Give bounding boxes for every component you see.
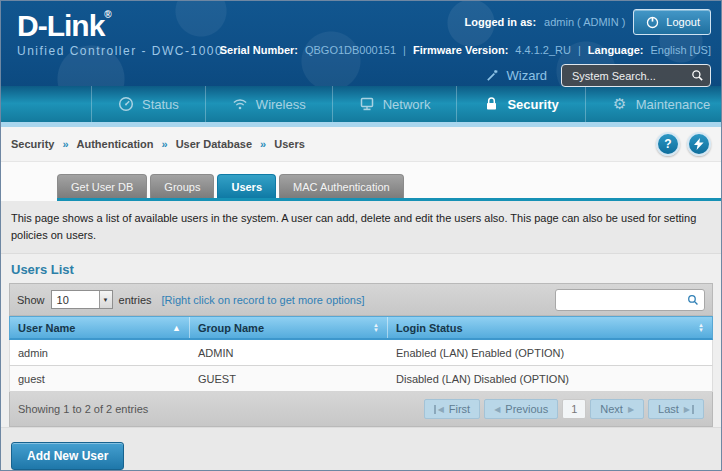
column-header-login-status[interactable]: Login Status ▲▼ (388, 317, 712, 338)
nav-label: Network (383, 97, 431, 112)
entries-select[interactable]: 10 ▼ (51, 290, 113, 309)
sort-asc-icon: ▲ (172, 323, 181, 333)
breadcrumb-item-user-database[interactable]: User Database (176, 138, 252, 150)
breadcrumb-item-authentication[interactable]: Authentication (77, 138, 154, 150)
show-label: Show (17, 294, 45, 306)
section-title: Users List (9, 254, 713, 283)
nav-label: Security (507, 97, 558, 112)
nav-label: Maintenance (636, 97, 710, 112)
column-label: User Name (18, 322, 172, 334)
last-page-icon: ▶ (684, 405, 694, 414)
pagination-previous-button[interactable]: ◀ Previous (484, 399, 558, 419)
pagination-last-button[interactable]: Last ▶ (648, 399, 704, 419)
language-value[interactable]: English [US] (650, 44, 711, 56)
tabs-zone: Get User DB Groups Users MAC Authenticat… (1, 162, 721, 201)
divider: | (403, 44, 406, 56)
serial-value: QBGO1DB000151 (305, 44, 396, 56)
logged-in-user: admin ( ADMIN ) (544, 16, 625, 28)
lock-icon (483, 96, 499, 112)
pagination-label: First (449, 403, 470, 415)
wizard-button[interactable]: Wizard (485, 68, 547, 84)
app-window: D-Link® Unified Controller - DWC-1000 Lo… (0, 0, 722, 471)
serial-label: Serial Number: (220, 44, 298, 56)
tab-groups[interactable]: Groups (150, 174, 214, 198)
previous-page-icon: ◀ (494, 405, 500, 414)
entries-label: entries (119, 294, 152, 306)
divider: | (578, 44, 581, 56)
sort-both-icon: ▲▼ (373, 323, 379, 333)
logged-in-label: Logged in as: (465, 16, 537, 28)
logout-label: Logout (666, 16, 700, 28)
cell-user-name: admin (10, 340, 190, 365)
firmware-value: 4.4.1.2_RU (515, 44, 571, 56)
breadcrumb-item-users: Users (274, 138, 305, 150)
column-header-user-name[interactable]: User Name ▲ (10, 317, 190, 338)
gear-icon: ⚙ (612, 96, 628, 112)
device-subtitle: Unified Controller - DWC-1000 (17, 44, 223, 58)
tab-strip: Get User DB Groups Users MAC Authenticat… (57, 174, 721, 201)
breadcrumb-bar: Security » Authentication » User Databas… (1, 127, 721, 162)
gauge-icon (118, 96, 134, 112)
table-row[interactable]: guest GUEST Disabled (LAN) Disabled (OPT… (9, 366, 713, 392)
pagination-label: Previous (505, 403, 548, 415)
add-new-user-button[interactable]: Add New User (11, 442, 124, 470)
pagination-current-page[interactable]: 1 (562, 399, 586, 419)
cell-user-name: guest (10, 366, 190, 391)
column-header-group-name[interactable]: Group Name ▲▼ (190, 317, 388, 338)
brand-logo-text: D-Link® (17, 9, 223, 43)
column-label: Group Name (198, 322, 373, 334)
table-footer: Showing 1 to 2 of 2 entries ◀ First ◀ Pr… (9, 392, 713, 427)
help-button[interactable]: ? (656, 132, 680, 156)
nav-label: Wireless (256, 97, 306, 112)
firmware-label: Firmware Version: (413, 44, 508, 56)
entries-select-value: 10 (52, 294, 99, 306)
registered-mark: ® (104, 9, 110, 20)
pagination-label: Next (600, 403, 623, 415)
lightning-icon (694, 138, 704, 150)
workstation-icon (359, 96, 375, 112)
chevron-down-icon: ▼ (99, 291, 112, 308)
tab-mac-authentication[interactable]: MAC Authentication (279, 174, 404, 198)
search-icon[interactable] (691, 69, 704, 82)
nav-label: Status (142, 97, 179, 112)
pagination-next-button[interactable]: Next ▶ (590, 399, 644, 419)
nav-item-security[interactable]: Security (456, 86, 584, 122)
entries-summary: Showing 1 to 2 of 2 entries (18, 403, 148, 415)
help-icon: ? (664, 137, 671, 151)
nav-item-wireless[interactable]: Wireless (205, 86, 332, 122)
logout-button[interactable]: Logout (633, 9, 711, 35)
table-row[interactable]: admin ADMIN Enabled (LAN) Enabled (OPTIO… (9, 340, 713, 366)
table-header-row: User Name ▲ Group Name ▲▼ Login Status ▲… (9, 316, 713, 340)
breadcrumb: Security » Authentication » User Databas… (11, 138, 305, 150)
table-search-input[interactable] (555, 289, 705, 311)
search-icon[interactable] (687, 294, 699, 306)
column-label: Login Status (396, 322, 698, 334)
bottom-action-zone: Add New User (1, 427, 721, 470)
system-search-input[interactable] (561, 64, 711, 87)
pagination: ◀ First ◀ Previous 1 Next ▶ Last ▶ (424, 399, 704, 419)
wizard-label: Wizard (507, 68, 547, 83)
next-page-icon: ▶ (628, 405, 634, 414)
sort-both-icon: ▲▼ (698, 323, 704, 333)
tab-users[interactable]: Users (217, 174, 276, 198)
breadcrumb-item-security[interactable]: Security (11, 138, 54, 150)
cell-login-status: Enabled (LAN) Enabled (OPTION) (388, 340, 712, 365)
pagination-first-button[interactable]: ◀ First (424, 399, 481, 419)
cell-group-name: ADMIN (190, 340, 388, 365)
pagination-label: Last (658, 403, 679, 415)
main-nav: Status Wireless Network Security ⚙ Maint… (1, 86, 721, 122)
breadcrumb-separator: » (62, 138, 68, 150)
wifi-icon (232, 96, 248, 112)
nav-item-status[interactable]: Status (91, 86, 205, 122)
page-description: This page shows a list of available user… (1, 201, 721, 254)
nav-item-network[interactable]: Network (332, 86, 457, 122)
breadcrumb-separator: » (162, 138, 168, 150)
cell-group-name: GUEST (190, 366, 388, 391)
breadcrumb-separator: » (260, 138, 266, 150)
nav-item-maintenance[interactable]: ⚙ Maintenance (585, 86, 722, 122)
top-banner: D-Link® Unified Controller - DWC-1000 Lo… (1, 1, 721, 86)
power-icon (644, 14, 660, 30)
tab-get-user-db[interactable]: Get User DB (57, 174, 147, 198)
quick-action-button[interactable] (687, 132, 711, 156)
cell-login-status: Disabled (LAN) Disabled (OPTION) (388, 366, 712, 391)
